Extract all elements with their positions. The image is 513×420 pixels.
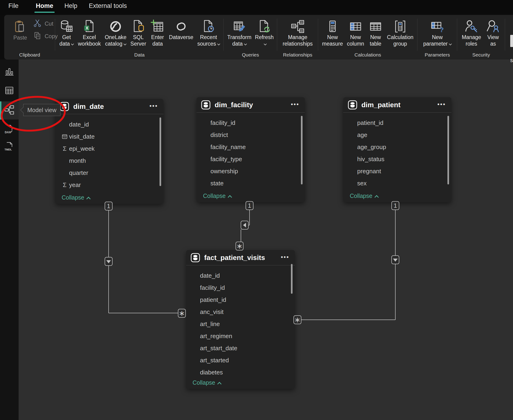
scrollbar-thumb[interactable]: [291, 264, 293, 294]
cardinality-many-badge-facility-visits[interactable]: ∗: [236, 242, 244, 250]
onelake-catalog-label: OneLakecatalog: [105, 34, 126, 47]
field-epi_week[interactable]: Σepi_week: [55, 142, 164, 155]
scrollbar-thumb[interactable]: [301, 116, 303, 184]
field-facility_name[interactable]: facility_name: [196, 141, 305, 153]
field-patient_id[interactable]: patient_id: [343, 117, 451, 129]
new-measure-label: Newmeasure: [322, 34, 343, 47]
field-diabetes[interactable]: diabetes: [186, 366, 295, 378]
cardinality-one-badge-facility-visits[interactable]: 1: [245, 201, 253, 210]
get-data-icon: [59, 19, 74, 34]
field-state[interactable]: state: [196, 177, 305, 189]
cardinality-many-badge-date-visits[interactable]: ∗: [178, 309, 186, 318]
more-options-button[interactable]: •••: [149, 99, 158, 113]
group-buttons: ?Newparameter: [417, 18, 457, 50]
menu-home[interactable]: Home: [36, 2, 53, 9]
field-list: date_idvisit_dateΣepi_weekmonthquarterΣy…: [55, 118, 164, 191]
field-art_regimen[interactable]: art_regimen: [186, 330, 295, 342]
field-visit_date[interactable]: visit_date: [55, 130, 164, 142]
view-as-button[interactable]: Viewas: [486, 18, 500, 47]
field-art_start_date[interactable]: art_start_date: [186, 342, 295, 354]
field-label: sex: [357, 180, 366, 187]
cardinality-one-badge-patient-visits[interactable]: 1: [391, 201, 399, 210]
new-column-label: Newcolumn: [347, 34, 364, 47]
sidebar-item-table-view[interactable]: [0, 82, 19, 100]
new-table-button[interactable]: Newtable: [368, 18, 383, 47]
filter-direction-badge-facility-visits[interactable]: [241, 221, 249, 230]
field-ownership[interactable]: ownership: [196, 165, 305, 177]
table-card-dim_patient[interactable]: dim_patient•••patient_idageage_grouphiv_…: [343, 97, 451, 202]
field-facility_type[interactable]: facility_type: [196, 153, 305, 165]
copy-button[interactable]: Copy: [33, 31, 58, 41]
excel-workbook-button[interactable]: XExcelworkbook: [78, 18, 101, 47]
calculation-group-button[interactable]: Calculationgroup: [387, 18, 413, 47]
collapse-link[interactable]: Collapse: [203, 193, 231, 199]
enter-data-button[interactable]: Enterdata: [150, 18, 165, 47]
field-sex[interactable]: sex: [343, 177, 451, 189]
cardinality-one-badge-date-visits[interactable]: 1: [105, 202, 112, 210]
field-year[interactable]: Σyear: [55, 179, 164, 191]
chevron-up-icon: [217, 382, 222, 386]
sql-server-button[interactable]: SQLServer: [130, 18, 146, 47]
table-card-dim_facility[interactable]: dim_facility•••facility_iddistrictfacili…: [196, 97, 305, 202]
field-facility_id[interactable]: facility_id: [186, 282, 295, 294]
field-patient_id[interactable]: patient_id: [186, 294, 295, 306]
field-hiv_status[interactable]: hiv_status: [343, 153, 451, 165]
field-art_started[interactable]: art_started: [186, 354, 295, 366]
new-parameter-button[interactable]: ?Newparameter: [423, 18, 451, 47]
table-title: dim_facility: [215, 97, 253, 112]
table-card-header[interactable]: fact_patient_visits•••: [186, 250, 295, 265]
transform-data-button[interactable]: Transformdata: [227, 18, 251, 47]
field-month[interactable]: month: [55, 155, 164, 167]
refresh-button[interactable]: Refresh: [255, 18, 274, 47]
table-card-fact_patient_visits[interactable]: fact_patient_visits•••date_idfacility_id…: [186, 250, 295, 389]
table-card-header[interactable]: dim_date•••: [55, 99, 164, 114]
cardinality-many-badge-patient-visits[interactable]: ∗: [293, 315, 301, 324]
table-card-header[interactable]: dim_patient•••: [343, 97, 451, 112]
cut-icon: [33, 19, 43, 29]
more-options-button[interactable]: •••: [291, 97, 299, 111]
new-measure-button[interactable]: Newmeasure: [322, 18, 343, 47]
sidebar-item-report-view[interactable]: [0, 63, 19, 81]
field-art_line[interactable]: art_line: [186, 318, 295, 330]
manage-relationships-button[interactable]: Managerelationships: [283, 18, 312, 47]
menu-file[interactable]: File: [8, 2, 19, 9]
filter-direction-badge-patient-visits[interactable]: [391, 255, 399, 264]
sidebar-item-model-view[interactable]: [0, 101, 19, 120]
collapse-link[interactable]: Collapse: [193, 379, 221, 386]
field-date_id[interactable]: date_id: [55, 118, 164, 130]
get-data-button[interactable]: Getdata: [59, 18, 74, 47]
filter-direction-badge-date-visits[interactable]: [105, 257, 112, 266]
scrollbar-thumb[interactable]: [447, 116, 449, 184]
field-district[interactable]: district: [196, 129, 305, 141]
table-card-header[interactable]: dim_facility•••: [196, 97, 305, 112]
more-options-button[interactable]: •••: [438, 97, 446, 111]
field-age_group[interactable]: age_group: [343, 141, 451, 153]
field-label: epi_week: [69, 145, 95, 152]
field-quarter[interactable]: quarter: [55, 167, 164, 179]
recent-sources-button[interactable]: Recentsources: [197, 18, 220, 47]
onelake-catalog-button[interactable]: OneLakecatalog: [105, 18, 126, 47]
field-date_id[interactable]: date_id: [186, 270, 295, 282]
table-card-dim_date[interactable]: dim_date•••date_idvisit_dateΣepi_weekmon…: [55, 99, 164, 204]
cut-button[interactable]: Cut: [33, 19, 53, 29]
field-label: art_started: [200, 357, 229, 364]
sidebar-item-dax-query-view[interactable]: DAX: [0, 121, 19, 139]
more-options-button[interactable]: •••: [281, 250, 289, 264]
paste-button[interactable]: Paste: [10, 18, 30, 41]
new-column-button[interactable]: Newcolumn: [347, 18, 364, 47]
ribbon: ClipboardPasteCutCopyDataGetdataXExcelwo…: [4, 15, 513, 60]
collapse-link[interactable]: Collapse: [350, 193, 378, 199]
dataverse-button[interactable]: Dataverse: [169, 18, 193, 40]
collapse-link[interactable]: Collapse: [62, 194, 90, 201]
menu-external-tools[interactable]: External tools: [89, 2, 127, 9]
table-icon: [191, 253, 200, 262]
field-facility_id[interactable]: facility_id: [196, 117, 305, 129]
sidebar-item-tmdl-view[interactable]: TMDL: [0, 138, 19, 156]
field-anc_visit[interactable]: anc_visit: [186, 306, 295, 318]
triangle-down-icon: [393, 259, 398, 262]
scrollbar-thumb[interactable]: [160, 117, 161, 186]
field-age[interactable]: age: [343, 129, 451, 141]
menu-help[interactable]: Help: [64, 2, 77, 9]
manage-roles-button[interactable]: Manageroles: [462, 18, 481, 47]
field-pregnant[interactable]: pregnant: [343, 165, 451, 177]
